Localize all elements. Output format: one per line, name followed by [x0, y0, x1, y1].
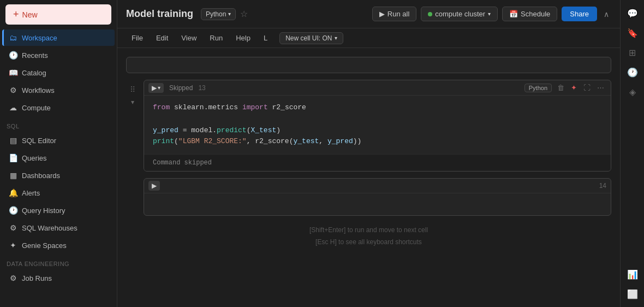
menu-help[interactable]: Help — [230, 32, 256, 44]
cell-delete-button[interactable]: 🗑 — [555, 82, 567, 93]
cell-13-body: ▶ ▾ Skipped 13 Python 🗑 ✦ ⛶ ⋯ from sk — [144, 80, 611, 172]
cell-14-run-button[interactable]: ▶ — [148, 181, 160, 191]
cluster-status-dot — [428, 12, 432, 16]
cell-14-gutter: ⠿ — [126, 178, 139, 192]
sidebar-item-alerts[interactable]: 🔔 Alerts — [2, 185, 115, 201]
right-grid-icon[interactable]: ⊞ — [624, 44, 641, 61]
cluster-chevron-icon: ▾ — [488, 11, 491, 17]
sidebar-item-label: Queries — [22, 154, 47, 162]
cell-gutter: ⠿ ▾ — [126, 80, 139, 106]
plus-icon: + — [13, 9, 19, 20]
query-history-icon: 🕐 — [9, 206, 17, 215]
menu-view[interactable]: View — [176, 32, 202, 44]
schedule-label: Schedule — [521, 10, 550, 18]
sql-editor-icon: ▤ — [9, 136, 17, 145]
compute-icon: ☁ — [9, 103, 17, 112]
menu-l[interactable]: L — [258, 32, 273, 44]
queries-icon: 📄 — [9, 154, 17, 162]
menu-edit[interactable]: Edit — [151, 32, 174, 44]
right-bottom-icon[interactable]: ⬜ — [624, 285, 641, 303]
cell-13-actions: 🗑 ✦ ⛶ ⋯ — [555, 82, 606, 93]
table-row: ⠿ ▾ ▶ ▾ Skipped 13 Python 🗑 ✦ ⛶ — [126, 80, 611, 172]
notebook-title: Model training — [126, 8, 193, 20]
sidebar-item-sql-editor[interactable]: ▤ SQL Editor — [2, 132, 115, 149]
new-button[interactable]: + New — [5, 4, 111, 25]
run-icon: ▶ — [379, 10, 385, 18]
sidebar-item-label: Dashboards — [22, 172, 60, 180]
new-cell-chevron-icon: ▾ — [335, 35, 337, 41]
cell-expand-button[interactable]: ⛶ — [581, 82, 593, 93]
sidebar-item-label: Job Runs — [22, 274, 52, 282]
sidebar-item-recents[interactable]: 🕐 Recents — [2, 47, 115, 63]
hint-2: [Esc H] to see all keyboard shortcuts — [126, 237, 611, 249]
main-content: Model training Python ▾ ☆ ▶ Run all comp… — [117, 0, 620, 307]
sidebar-item-workspace[interactable]: 🗂 Workspace — [2, 29, 115, 46]
cell-13-number: 13 — [198, 84, 205, 92]
cell-14-header: ▶ 14 — [144, 179, 611, 193]
calendar-icon: 📅 — [509, 10, 518, 18]
dashboards-icon: ▦ — [9, 171, 17, 180]
sidebar-item-compute[interactable]: ☁ Compute — [2, 99, 115, 116]
sidebar-item-label: SQL Editor — [22, 137, 56, 145]
new-cell-label: New cell UI: ON — [285, 34, 332, 42]
cell-more-button[interactable]: ⋯ — [595, 82, 606, 93]
right-sidebar: 💬 🔖 ⊞ 🕐 ◈ 📊 ⬜ — [620, 0, 644, 307]
run-all-button[interactable]: ▶ Run all — [372, 7, 416, 21]
collapse-icon[interactable]: ▾ — [131, 98, 134, 106]
sidebar-item-label: Workflows — [22, 86, 55, 95]
cell-13-status: Skipped — [167, 84, 195, 92]
cluster-selector[interactable]: compute cluster ▾ — [421, 7, 498, 21]
share-button[interactable]: Share — [562, 7, 597, 21]
sidebar-item-queries[interactable]: 📄 Queries — [2, 150, 115, 166]
sidebar-item-label: Alerts — [22, 189, 40, 197]
workflows-icon: ⚙ — [9, 86, 17, 95]
run-chevron-icon: ▾ — [158, 85, 160, 91]
run-all-label: Run all — [387, 10, 409, 18]
sidebar-item-dashboards[interactable]: ▦ Dashboards — [2, 167, 115, 184]
notebook-hints: [Shift+Enter] to run and move to next ce… — [126, 225, 611, 248]
sidebar-item-label: Query History — [22, 206, 65, 215]
drag-handle-icon[interactable]: ⠿ — [130, 85, 135, 94]
alerts-icon: 🔔 — [9, 188, 17, 197]
menu-run[interactable]: Run — [204, 32, 228, 44]
menubar: File Edit View Run Help L New cell UI: O… — [117, 28, 620, 48]
language-selector[interactable]: Python ▾ — [201, 8, 236, 20]
sidebar-item-genie-spaces[interactable]: ✦ Genie Spaces — [2, 237, 115, 253]
language-label: Python — [206, 10, 226, 18]
menu-file[interactable]: File — [126, 32, 148, 44]
catalog-icon: 📖 — [9, 68, 17, 77]
language-chevron-icon: ▾ — [228, 11, 231, 17]
sidebar-item-workflows[interactable]: ⚙ Workflows — [2, 82, 115, 98]
sql-warehouses-icon: ⚙ — [9, 223, 17, 232]
sidebar-item-query-history[interactable]: 🕐 Query History — [2, 202, 115, 219]
right-code-icon[interactable]: ◈ — [624, 83, 641, 101]
right-chart-icon[interactable]: 📊 — [624, 265, 641, 283]
recents-icon: 🕐 — [9, 51, 17, 60]
sidebar-item-job-runs[interactable]: ⚙ Job Runs — [2, 270, 115, 286]
star-button[interactable]: ☆ — [240, 9, 248, 19]
sidebar-item-label: Compute — [22, 104, 51, 112]
workspace-icon: 🗂 — [9, 33, 17, 42]
cell-13-run-button[interactable]: ▶ ▾ — [148, 83, 164, 93]
schedule-button[interactable]: 📅 Schedule — [502, 7, 557, 21]
genie-spaces-icon: ✦ — [9, 241, 17, 250]
sidebar-item-catalog[interactable]: 📖 Catalog — [2, 64, 115, 81]
cell-ai-button[interactable]: ✦ — [569, 82, 579, 93]
run-triangle-icon: ▶ — [152, 84, 157, 92]
cell-partial-top — [126, 57, 611, 73]
cell-13-code[interactable]: from sklearn.metrics import r2_score y_p… — [144, 96, 611, 154]
new-button-label: New — [22, 10, 38, 19]
sql-section-label: SQL — [0, 116, 117, 132]
de-section-label: Data Engineering — [0, 254, 117, 269]
cell-partial-body — [126, 57, 611, 73]
right-history-icon[interactable]: 🕐 — [624, 63, 641, 81]
cell-13-language: Python — [524, 84, 552, 92]
share-label: Share — [570, 10, 589, 18]
sidebar-item-label: Catalog — [22, 69, 46, 77]
right-chat-icon[interactable]: 💬 — [624, 4, 641, 22]
topbar-collapse-icon[interactable]: ∧ — [601, 8, 611, 21]
cell-14-code[interactable] — [144, 193, 611, 215]
right-bookmark-icon[interactable]: 🔖 — [624, 24, 641, 42]
sidebar-item-sql-warehouses[interactable]: ⚙ SQL Warehouses — [2, 220, 115, 236]
new-cell-toggle[interactable]: New cell UI: ON ▾ — [279, 32, 343, 44]
